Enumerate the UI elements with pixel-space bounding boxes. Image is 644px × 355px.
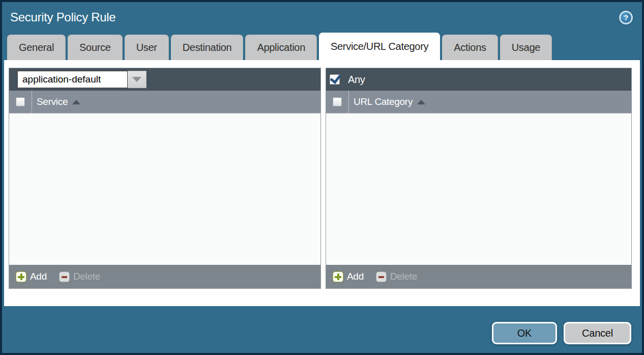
page-title: Security Policy Rule: [10, 10, 115, 24]
url-category-panel-header: Any: [326, 68, 631, 91]
dialog-action-buttons: OK Cancel: [492, 322, 631, 344]
service-type-dropdown[interactable]: application-default: [17, 71, 147, 88]
sort-ascending-icon: [417, 100, 425, 104]
url-category-panel-footer: Add Delete: [326, 265, 631, 288]
url-category-panel: Any URL Category Add Delete: [326, 68, 632, 289]
plus-icon: [333, 271, 343, 282]
tab-source[interactable]: Source: [68, 35, 123, 60]
url-category-any-label: Any: [348, 74, 365, 86]
url-category-add-label: Add: [347, 271, 364, 282]
service-table-body[interactable]: [9, 114, 320, 265]
minus-icon: [376, 271, 387, 282]
url-category-column-header[interactable]: URL Category: [354, 96, 425, 107]
url-category-column-header-label: URL Category: [354, 96, 413, 107]
service-select-all-cell: [9, 91, 32, 113]
service-select-all-checkbox[interactable]: [16, 97, 25, 106]
service-panel-header: application-default: [9, 68, 320, 91]
service-type-dropdown-value: application-default: [17, 71, 128, 88]
tab-destination[interactable]: Destination: [171, 35, 244, 60]
url-category-add-button[interactable]: Add: [333, 271, 364, 282]
tab-usage[interactable]: Usage: [500, 35, 552, 60]
url-category-delete-label: Delete: [390, 271, 417, 282]
service-add-label: Add: [30, 271, 47, 282]
service-delete-label: Delete: [73, 271, 100, 282]
tab-service-url-category[interactable]: Service/URL Category: [319, 33, 440, 60]
titlebar: Security Policy Rule ?: [2, 2, 642, 33]
sort-ascending-icon: [72, 100, 80, 104]
service-table-header: Service: [9, 91, 320, 114]
service-panel: application-default Service: [9, 68, 321, 289]
help-icon[interactable]: ?: [619, 11, 633, 24]
url-category-table-header: URL Category: [326, 91, 631, 114]
url-category-delete-button[interactable]: Delete: [376, 271, 417, 282]
service-panel-footer: Add Delete: [9, 265, 320, 288]
tab-user[interactable]: User: [125, 35, 169, 60]
security-policy-rule-dialog: Security Policy Rule ? General Source Us…: [0, 0, 644, 355]
tab-content-service-url-category: application-default Service: [4, 60, 640, 306]
url-category-select-all-checkbox[interactable]: [333, 97, 342, 106]
service-delete-button[interactable]: Delete: [59, 271, 100, 282]
plus-icon: [16, 271, 26, 282]
ok-button[interactable]: OK: [492, 322, 557, 344]
service-add-button[interactable]: Add: [16, 271, 47, 282]
minus-icon: [59, 271, 70, 282]
tab-general[interactable]: General: [7, 35, 66, 60]
tab-bar: General Source User Destination Applicat…: [7, 33, 642, 60]
url-category-select-all-cell: [326, 91, 349, 113]
url-category-any-checkbox[interactable]: [330, 74, 340, 85]
service-type-dropdown-button[interactable]: [128, 71, 147, 88]
url-category-table-body[interactable]: [326, 114, 631, 265]
service-column-header[interactable]: Service: [37, 96, 80, 107]
chevron-down-icon: [132, 77, 141, 82]
tab-application[interactable]: Application: [245, 35, 317, 60]
service-column-header-label: Service: [37, 96, 68, 107]
cancel-button[interactable]: Cancel: [564, 322, 631, 344]
tab-actions[interactable]: Actions: [442, 35, 498, 60]
